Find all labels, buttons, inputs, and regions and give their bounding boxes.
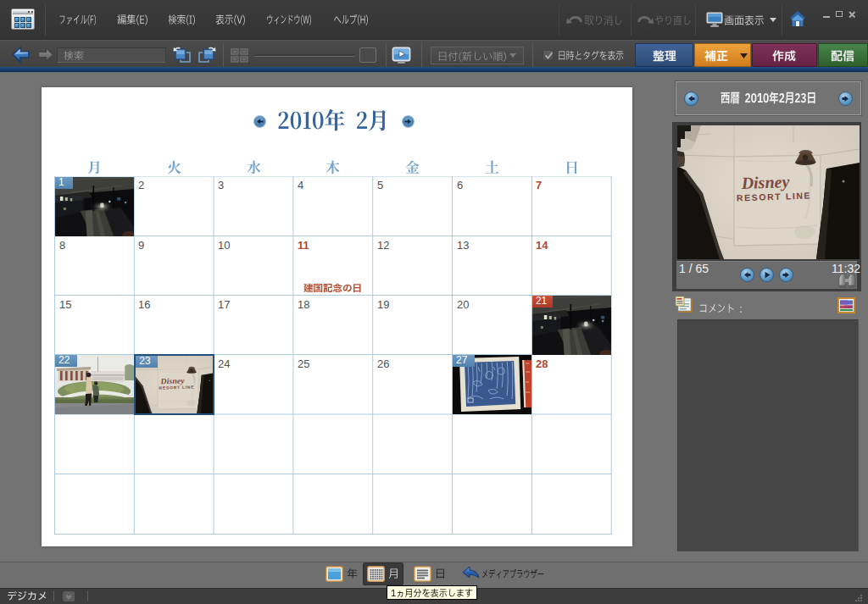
svg-text:Disney: Disney <box>160 376 186 386</box>
svg-text:Disney: Disney <box>740 172 790 193</box>
